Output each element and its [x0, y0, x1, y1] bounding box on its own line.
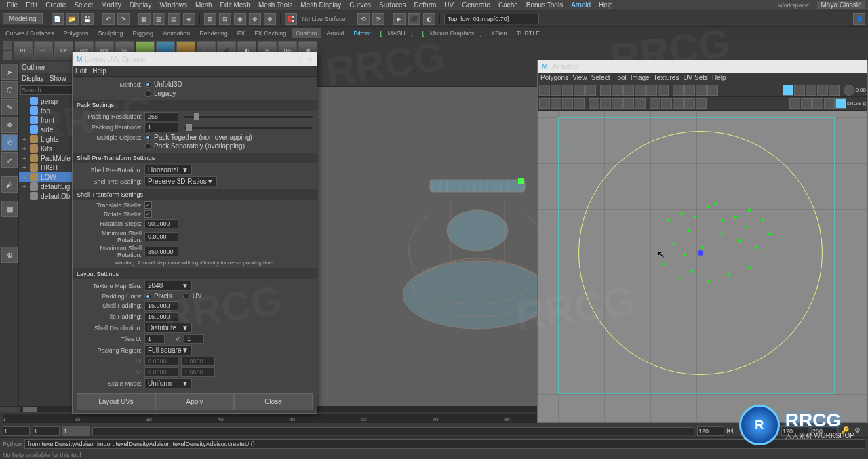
steps-field[interactable]: 90.0000: [144, 219, 178, 228]
uv-icon[interactable]: [612, 85, 623, 96]
menu-edit[interactable]: Edit: [22, 1, 41, 9]
menu-bonustools[interactable]: Bonus Tools: [522, 1, 567, 9]
shelf-tab-custom[interactable]: Custom: [292, 28, 321, 38]
shelf-tab-mograph[interactable]: [ Motion Graphics ]: [418, 28, 486, 38]
uv-icon[interactable]: [623, 98, 634, 109]
pack-res-field[interactable]: 256: [144, 112, 178, 121]
pack-iter-slider[interactable]: [184, 127, 313, 129]
outliner-display[interactable]: Display: [22, 75, 44, 82]
scalemode-dropdown[interactable]: Uniform▼: [144, 378, 192, 388]
uv-icon[interactable]: [623, 85, 634, 96]
shelf-icon-ft[interactable]: FT: [34, 41, 53, 60]
pack-section[interactable]: Pack Settings: [73, 100, 317, 111]
mapsize-dropdown[interactable]: 2048▼: [144, 281, 192, 291]
uv-point[interactable]: [748, 266, 751, 269]
range-start2-field[interactable]: [33, 426, 60, 436]
filepath-field[interactable]: [444, 14, 539, 24]
hist1-icon[interactable]: ⟲: [357, 13, 370, 25]
uv-manipulator-center[interactable]: [698, 250, 703, 256]
playback-icon[interactable]: ⏮: [727, 426, 738, 436]
uv-point[interactable]: [690, 270, 693, 273]
uv-icon[interactable]: [539, 85, 550, 96]
login-icon[interactable]: 👤: [853, 13, 865, 25]
uv-canvas[interactable]: ↖: [538, 111, 867, 422]
menu-windows[interactable]: Windows: [155, 1, 191, 9]
mode-dropdown[interactable]: Modeling: [3, 13, 43, 24]
close-button[interactable]: Close: [234, 393, 313, 410]
uv-icon[interactable]: [574, 98, 585, 109]
minimize-icon[interactable]: —: [285, 56, 292, 63]
uv-icon[interactable]: [635, 85, 646, 96]
uv-icon[interactable]: [684, 98, 695, 109]
layout-tool-icon[interactable]: ▦: [1, 201, 18, 217]
rotate-checkbox[interactable]: ✓: [144, 210, 152, 218]
pack-separate-radio[interactable]: [144, 143, 151, 150]
menu-modify[interactable]: Modify: [97, 1, 125, 9]
uv-view[interactable]: View: [572, 74, 587, 81]
uv-point[interactable]: [768, 233, 771, 235]
menu-generate[interactable]: Generate: [458, 1, 494, 9]
uv-icon[interactable]: [551, 85, 561, 96]
sel-icon[interactable]: ▦: [138, 13, 151, 25]
uv-point[interactable]: [755, 246, 757, 249]
uv-icon[interactable]: [824, 98, 835, 109]
tilesu-field[interactable]: 1: [144, 334, 165, 344]
brush-tool-icon[interactable]: 🖌: [1, 176, 18, 193]
menu-help[interactable]: Help: [595, 1, 617, 9]
range-start-field[interactable]: [3, 426, 30, 436]
scale-tool-icon[interactable]: ⤢: [1, 152, 18, 168]
settings-tool-icon[interactable]: ⚙: [1, 247, 18, 263]
menu-cache[interactable]: Cache: [494, 1, 522, 9]
uv-polygons[interactable]: Polygons: [540, 74, 568, 81]
uv-select[interactable]: Select: [591, 74, 610, 81]
snap1-icon[interactable]: ⊞: [204, 13, 216, 25]
select-tool-icon[interactable]: ➤: [1, 64, 18, 80]
shelf-tab-animation[interactable]: Animation: [159, 28, 194, 38]
tilesv-field[interactable]: 1: [184, 334, 204, 344]
range-track[interactable]: [92, 427, 694, 435]
menu-display[interactable]: Display: [125, 1, 156, 9]
method-legacy-radio[interactable]: [144, 90, 151, 97]
shelf-tab-curves[interactable]: Curves / Surfaces: [1, 28, 58, 38]
sel2-icon[interactable]: ▨: [153, 13, 165, 25]
uv-icon[interactable]: [829, 85, 840, 96]
uv-icon[interactable]: [658, 85, 669, 96]
uv-icon[interactable]: [794, 85, 805, 96]
uv-icon[interactable]: [600, 85, 611, 96]
uv-icon[interactable]: [812, 98, 823, 109]
uv-icon[interactable]: [661, 98, 672, 109]
prerot-dropdown[interactable]: Horizontal▼: [144, 165, 192, 175]
prescale-dropdown[interactable]: Preserve 3D Ratios▼: [144, 176, 217, 186]
hist2-icon[interactable]: ⟳: [372, 13, 384, 25]
uv-icon[interactable]: [600, 98, 611, 109]
uv-point[interactable]: [673, 243, 676, 245]
uv-cs-icon[interactable]: [835, 98, 846, 109]
pack-together-radio[interactable]: [144, 134, 151, 141]
menu-file[interactable]: File: [3, 1, 22, 9]
uv-icon[interactable]: [707, 85, 718, 96]
sel3-icon[interactable]: ▤: [168, 13, 180, 25]
translate-checkbox[interactable]: ✓: [144, 201, 152, 209]
uv-titlebar[interactable]: M UV Editor: [538, 60, 867, 73]
magnet-icon[interactable]: 🧲: [285, 13, 297, 25]
range-end-field[interactable]: [697, 426, 724, 436]
layout-uvs-button[interactable]: Layout UVs: [77, 393, 155, 410]
uv-icon[interactable]: [783, 85, 793, 96]
menu-surfaces[interactable]: Surfaces: [375, 1, 410, 9]
current-frame-field[interactable]: [62, 426, 90, 436]
shelf-tab-turtle[interactable]: TURTLE: [512, 28, 544, 38]
shelf-icon-cp[interactable]: CP: [54, 41, 73, 60]
menu-curves[interactable]: Curves: [345, 1, 375, 9]
uv-image[interactable]: Image: [631, 74, 650, 81]
region-dropdown[interactable]: Full square▼: [144, 345, 192, 355]
uv-icon[interactable]: [589, 98, 599, 109]
uv-icon[interactable]: [684, 85, 695, 96]
max-field[interactable]: 360.0000: [144, 247, 178, 256]
snap4-icon[interactable]: ⊕: [249, 13, 261, 25]
uv-icon[interactable]: [801, 98, 812, 109]
new-icon[interactable]: 📄: [52, 13, 64, 25]
uv-point[interactable]: [734, 216, 737, 218]
shellpad-field[interactable]: 16.0000: [144, 301, 178, 311]
uv-help[interactable]: Help: [712, 74, 726, 81]
uv-icon[interactable]: [574, 85, 585, 96]
